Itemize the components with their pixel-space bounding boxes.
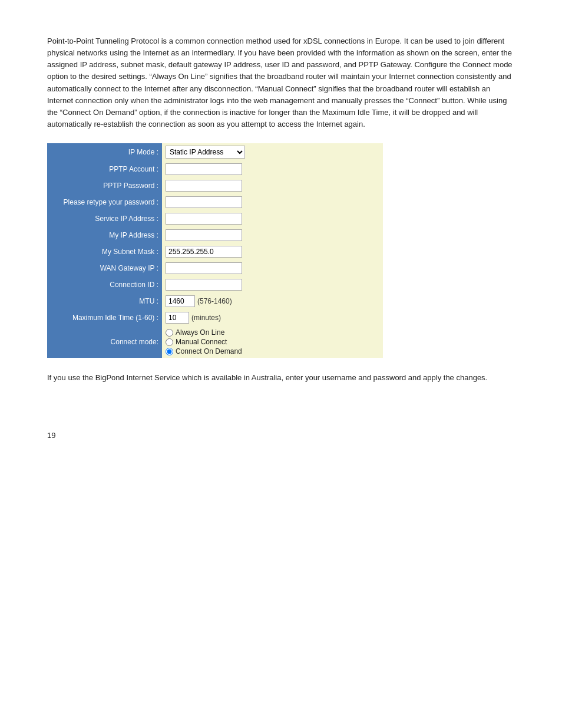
connect-mode-option-1[interactable]: Manual Connect	[166, 338, 378, 346]
mtu-input[interactable]	[166, 295, 195, 307]
field-label: WAN Gateway IP :	[47, 260, 162, 276]
field-value[interactable]: Static IP AddressDynamic IP Address	[162, 143, 383, 161]
mtu-hint: (576-1460)	[197, 297, 232, 305]
text-input-4[interactable]	[166, 213, 242, 225]
field-value[interactable]	[162, 161, 383, 177]
table-row: WAN Gateway IP :	[47, 260, 383, 276]
page-number: 19	[47, 431, 515, 440]
connect-mode-label: Connect mode:	[47, 326, 162, 358]
connect-mode-radio-2[interactable]	[166, 348, 173, 355]
text-input-1[interactable]	[166, 163, 242, 175]
password-input-3[interactable]	[166, 196, 242, 208]
connect-mode-option-label-0: Always On Line	[176, 328, 224, 337]
config-table: IP Mode :Static IP AddressDynamic IP Add…	[47, 143, 383, 358]
connect-mode-options: Always On LineManual ConnectConnect On D…	[162, 326, 383, 358]
field-value[interactable]	[162, 276, 383, 293]
description-text: Point-to-Point Tunneling Protocol is a c…	[47, 35, 515, 130]
footer-text: If you use the BigPond Internet Service …	[47, 372, 515, 384]
connect-mode-radio-1[interactable]	[166, 338, 173, 346]
connect-mode-radio-0[interactable]	[166, 329, 173, 337]
connect-mode-option-label-2: Connect On Demand	[176, 347, 242, 355]
password-input-2[interactable]	[166, 180, 242, 192]
connect-mode-option-2[interactable]: Connect On Demand	[166, 347, 378, 355]
idle-hint: (minutes)	[191, 314, 221, 322]
field-value[interactable]	[162, 260, 383, 276]
field-value[interactable]: (minutes)	[162, 309, 383, 326]
field-value[interactable]	[162, 227, 383, 243]
table-row: MTU :(576-1460)	[47, 293, 383, 309]
field-label: Service IP Address :	[47, 210, 162, 227]
text-input-7[interactable]	[166, 262, 242, 274]
text-input-6[interactable]	[166, 246, 242, 258]
ip-mode-select[interactable]: Static IP AddressDynamic IP Address	[166, 146, 245, 159]
connect-mode-option-0[interactable]: Always On Line	[166, 328, 378, 337]
field-value[interactable]	[162, 243, 383, 260]
field-label: Please retype your password :	[47, 194, 162, 210]
text-input-5[interactable]	[166, 229, 242, 241]
connect-mode-option-label-1: Manual Connect	[176, 338, 227, 346]
field-value[interactable]	[162, 194, 383, 210]
field-label: Connection ID :	[47, 276, 162, 293]
table-row: Please retype your password :	[47, 194, 383, 210]
field-label: IP Mode :	[47, 143, 162, 161]
field-label: PPTP Account :	[47, 161, 162, 177]
field-value[interactable]	[162, 177, 383, 194]
table-row: Service IP Address :	[47, 210, 383, 227]
table-row: PPTP Password :	[47, 177, 383, 194]
table-row: My IP Address :	[47, 227, 383, 243]
idle-time-input[interactable]	[166, 312, 189, 324]
table-row: PPTP Account :	[47, 161, 383, 177]
field-label: MTU :	[47, 293, 162, 309]
field-value[interactable]	[162, 210, 383, 227]
connect-mode-row: Connect mode:Always On LineManual Connec…	[47, 326, 383, 358]
table-row: Maximum Idle Time (1-60) :(minutes)	[47, 309, 383, 326]
field-value[interactable]: (576-1460)	[162, 293, 383, 309]
table-row: My Subnet Mask :	[47, 243, 383, 260]
field-label: My IP Address :	[47, 227, 162, 243]
table-row: Connection ID :	[47, 276, 383, 293]
table-row: IP Mode :Static IP AddressDynamic IP Add…	[47, 143, 383, 161]
field-label: PPTP Password :	[47, 177, 162, 194]
field-label: Maximum Idle Time (1-60) :	[47, 309, 162, 326]
text-input-8[interactable]	[166, 279, 242, 291]
field-label: My Subnet Mask :	[47, 243, 162, 260]
radio-group: Always On LineManual ConnectConnect On D…	[166, 328, 378, 355]
